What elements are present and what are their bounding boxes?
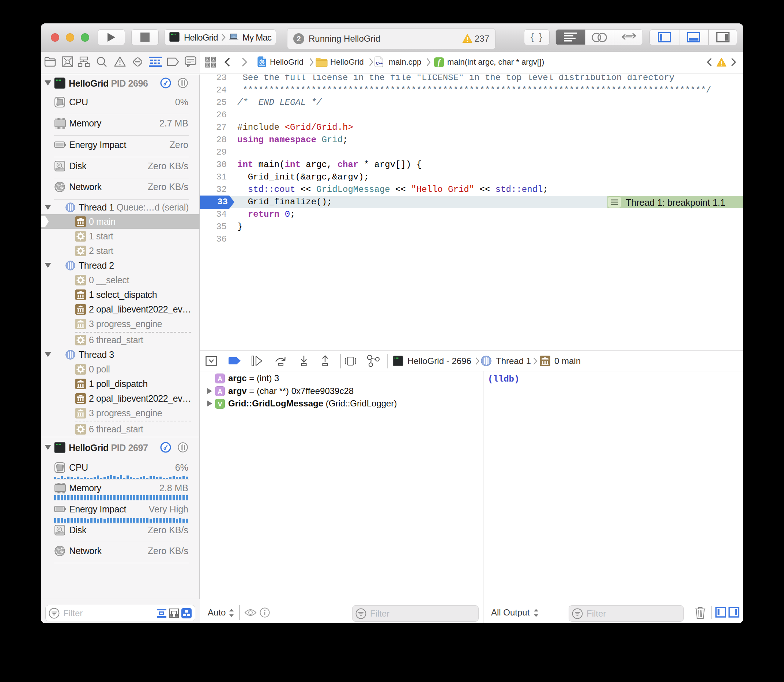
svg-text:C: C [376,61,379,65]
svg-text:++: ++ [379,62,383,65]
